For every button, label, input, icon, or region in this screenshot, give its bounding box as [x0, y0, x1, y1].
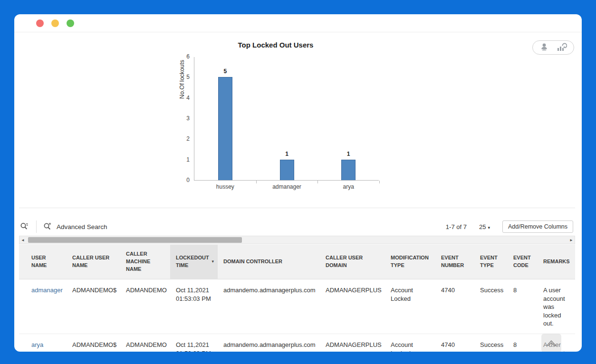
x-axis-category-label: hussey [197, 183, 254, 190]
table-row: admanager ADMANDEMO$ ADMANDEMO Oct 11,20… [19, 279, 575, 334]
cell-caller-machine-name: ADMANDEMO [120, 279, 170, 297]
column-header-event-number[interactable]: EVENT NUMBER [435, 254, 474, 269]
scroll-right-arrow[interactable]: ► [568, 238, 575, 242]
horizontal-scrollbar[interactable]: ◄ ► [19, 236, 575, 244]
cell-lockedout-time: Oct 11,2021 01:52:33 PM [170, 334, 218, 352]
cell-event-number: 4740 [435, 334, 474, 352]
cell-event-number: 4740 [435, 279, 474, 297]
y-axis-tick-label: 6 [175, 53, 190, 60]
scroll-left-arrow[interactable]: ◄ [19, 238, 26, 242]
cell-caller-user-name: ADMANDEMO$ [67, 279, 120, 297]
cell-event-code: 8 [508, 334, 538, 352]
table-header-row: USER NAME CALLER USER NAME CALLER MACHIN… [19, 245, 575, 279]
advanced-search-icon [43, 222, 52, 232]
column-header-lockedout-time[interactable]: LOCKEDOUT TIME▾ [170, 245, 218, 279]
lockout-events-table: USER NAME CALLER USER NAME CALLER MACHIN… [19, 245, 575, 352]
x-axis-category-label: arya [320, 183, 377, 190]
chevron-down-icon: ▾ [488, 225, 490, 230]
cell-event-type: Success [474, 279, 508, 297]
chart-title: Top Locked Out Users [157, 41, 394, 49]
chart-refresh-button[interactable] [556, 42, 568, 53]
cell-domain-controller: admandemo.admanagerplus.com [218, 334, 320, 352]
x-axis-category-label: admanager [259, 183, 316, 190]
bar-value-label: 5 [216, 68, 235, 75]
toolbar-divider [36, 220, 37, 233]
pagination-status: 1-7 of 7 [446, 223, 467, 230]
column-header-caller-machine-name[interactable]: CALLER MACHINE NAME [120, 250, 170, 273]
column-header-caller-user-name[interactable]: CALLER USER NAME [67, 254, 120, 269]
advanced-search-button[interactable] [42, 222, 53, 232]
user-name-link[interactable]: admanager [31, 287, 63, 294]
bar-hussey[interactable] [218, 77, 232, 180]
cell-caller-user-name: ADMANDEMO$ [67, 334, 120, 352]
bar-value-label: 1 [278, 151, 297, 157]
y-axis-tick-label: 0 [175, 177, 190, 183]
section-divider [19, 208, 575, 208]
cell-lockedout-time: Oct 11,2021 01:53:03 PM [170, 279, 218, 306]
y-axis-tick-label: 1 [175, 156, 190, 163]
user-icon [539, 42, 549, 53]
zoom-window-button[interactable] [67, 19, 74, 27]
y-axis-tick-label: 4 [175, 95, 190, 101]
column-header-remarks[interactable]: REMARKS [538, 258, 575, 266]
x-axis-tick [317, 181, 318, 183]
cell-caller-user-domain: ADMANAGERPLUS [320, 334, 385, 352]
cell-event-type: Success [474, 334, 508, 352]
y-axis-tick-label: 3 [175, 115, 190, 122]
sort-descending-icon: ▾ [211, 259, 214, 265]
close-window-button[interactable] [36, 19, 44, 27]
chart-toolbar [532, 40, 574, 55]
window-titlebar [14, 14, 582, 32]
y-axis-tick-label: 5 [175, 74, 190, 80]
search-button[interactable] [19, 222, 29, 232]
bar-value-label: 1 [339, 151, 358, 157]
column-header-user-name[interactable]: USER NAME [19, 254, 67, 269]
search-icon [20, 222, 29, 232]
cell-remarks: A user account was locked out. [538, 279, 575, 331]
column-header-domain-controller[interactable]: DOMAIN CONTROLLER [218, 258, 320, 266]
cell-modification-type: Account Locked [385, 334, 435, 352]
cell-event-code: 8 [508, 279, 538, 297]
cell-caller-user-domain: ADMANAGERPLUS [320, 279, 385, 297]
scroll-to-top-button[interactable] [541, 334, 561, 352]
chevron-up-icon [545, 338, 558, 348]
user-report-button[interactable] [538, 42, 550, 53]
column-header-caller-user-domain[interactable]: CALLER USER DOMAIN [320, 254, 385, 269]
y-axis-tick-label: 2 [175, 135, 190, 142]
add-remove-columns-button[interactable]: Add/Remove Columns [502, 220, 573, 233]
column-header-event-type[interactable]: EVENT TYPE [474, 254, 508, 269]
user-name-link[interactable]: arya [31, 341, 43, 348]
bar-arya[interactable] [341, 160, 356, 180]
scrollbar-thumb[interactable] [28, 237, 242, 243]
advanced-search-label[interactable]: Advanced Search [57, 223, 107, 230]
cell-modification-type: Account Locked [385, 279, 435, 306]
x-axis-tick [256, 181, 257, 183]
bar-chart: No.Of lockouts 01234565hussey1admanager1… [194, 57, 379, 181]
column-header-modification-type[interactable]: MODIFICATION TYPE [385, 254, 435, 269]
scrollbar-track[interactable] [26, 236, 568, 244]
column-header-event-code[interactable]: EVENT CODE [508, 254, 538, 269]
bar-admanager[interactable] [280, 160, 294, 180]
table-row: arya ADMANDEMO$ ADMANDEMO Oct 11,2021 01… [19, 334, 575, 352]
cell-caller-machine-name: ADMANDEMO [120, 334, 170, 352]
app-window: Top Locked Out Users [14, 14, 582, 352]
cell-domain-controller: admandemo.admanagerplus.com [218, 279, 320, 297]
minimize-window-button[interactable] [51, 19, 59, 27]
table-toolbar: Advanced Search 1-7 of 7 25▾ Add/Remove … [19, 218, 575, 236]
chart-refresh-icon [557, 42, 567, 53]
x-axis-tick [379, 181, 380, 183]
page-size-dropdown[interactable]: 25▾ [479, 223, 490, 230]
